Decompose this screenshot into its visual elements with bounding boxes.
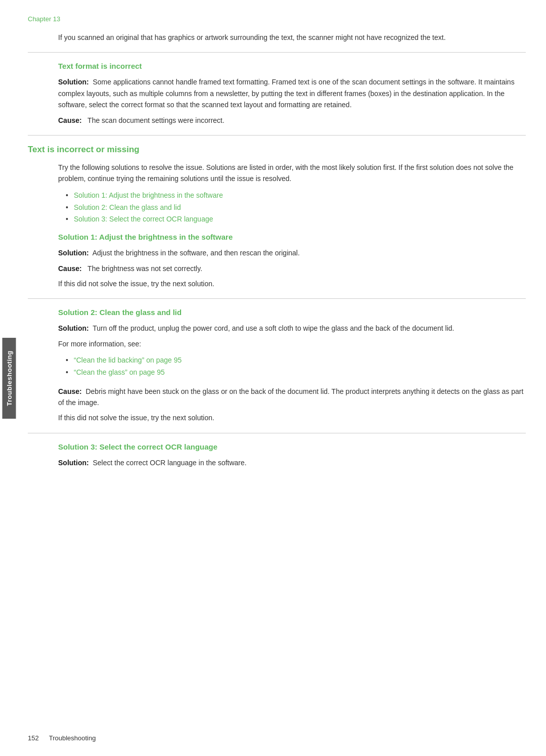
solution3-heading: Solution 3: Select the correct OCR langu…: [58, 442, 526, 451]
solution3-solution-label: Solution:: [58, 459, 89, 467]
solution2-list-item-1: “Clean the lid backing” on page 95: [66, 354, 526, 367]
solution1-solution-label: Solution:: [58, 249, 89, 257]
footer-page-number: 152: [28, 734, 39, 742]
text-format-solution-text: Solution: Some applications cannot handl…: [58, 76, 526, 110]
footer-section-label: Troubleshooting: [49, 734, 96, 742]
sidebar-tab-label: Troubleshooting: [6, 350, 13, 406]
solution2-links-list: “Clean the lid backing” on page 95 “Clea…: [66, 354, 526, 379]
solution2-link-1[interactable]: “Clean the lid backing” on page 95: [74, 356, 181, 364]
text-incorrect-intro-text: Try the following solutions to resolve t…: [58, 162, 526, 185]
text-format-cause-text: Cause: The scan document settings were i…: [58, 115, 526, 126]
solution2-solution-label: Solution:: [58, 324, 89, 332]
solution3-solution-body: Select the correct OCR language in the s…: [93, 459, 246, 467]
text-format-solution-body: Some applications cannot handle framed t…: [58, 78, 515, 109]
solution2-solution-text: Solution: Turn off the product, unplug t…: [58, 323, 526, 334]
link-sol2[interactable]: Solution 2: Clean the glass and lid: [74, 203, 181, 211]
solution2-more-info: For more information, see:: [58, 338, 526, 349]
solution2-solution-body: Turn off the product, unplug the power c…: [93, 324, 454, 332]
page-container: Troubleshooting Chapter 13 If you scanne…: [0, 0, 546, 756]
solution2-block: Solution 2: Clean the glass and lid Solu…: [28, 308, 526, 424]
link-sol1[interactable]: Solution 1: Adjust the brightness in the…: [74, 191, 223, 199]
text-incorrect-section: Text is incorrect or missing Try the fol…: [28, 145, 526, 289]
text-format-solution-block: Solution: Some applications cannot handl…: [58, 76, 526, 126]
solution1-cause-text: Cause: The brightness was not set correc…: [58, 263, 526, 274]
text-incorrect-intro: Try the following solutions to resolve t…: [58, 162, 526, 185]
solution1-block: Solution 1: Adjust the brightness in the…: [28, 233, 526, 289]
solution2-list-item-2: “Clean the glass” on page 95: [66, 367, 526, 379]
solution3-solution-text: Solution: Select the correct OCR languag…: [58, 457, 526, 468]
sidebar-tab: Troubleshooting: [3, 338, 16, 419]
divider-4: [28, 433, 526, 433]
content-area: Chapter 13 If you scanned an original th…: [28, 0, 526, 504]
list-item-sol2: Solution 2: Clean the glass and lid: [66, 202, 526, 214]
text-incorrect-links-list: Solution 1: Adjust the brightness in the…: [66, 190, 526, 226]
solution2-body: Solution: Turn off the product, unplug t…: [58, 323, 526, 349]
chapter-label: Chapter 13: [28, 15, 526, 23]
solution2-link-2[interactable]: “Clean the glass” on page 95: [74, 368, 165, 376]
solution1-followup: If this did not solve the issue, try the…: [58, 278, 526, 289]
list-item-sol3: Solution 3: Select the correct OCR langu…: [66, 213, 526, 226]
solution1-cause-label: Cause:: [58, 264, 82, 273]
list-item-sol1: Solution 1: Adjust the brightness in the…: [66, 190, 526, 202]
solution2-cause-block: Cause: Debris might have been stuck on t…: [58, 386, 526, 424]
link-sol3[interactable]: Solution 3: Select the correct OCR langu…: [74, 215, 213, 223]
solution2-followup: If this did not solve the issue, try the…: [58, 412, 526, 423]
intro-text: If you scanned an original that has grap…: [58, 32, 526, 43]
solution2-cause-body: Debris might have been stuck on the glas…: [58, 387, 523, 407]
text-format-cause-body: The scan document settings were incorrec…: [87, 116, 224, 124]
solution2-cause-label: Cause:: [58, 387, 82, 395]
divider-3: [28, 298, 526, 299]
solution1-cause-body: The brightness was not set correctly.: [87, 264, 202, 273]
solution2-cause-text: Cause: Debris might have been stuck on t…: [58, 386, 526, 409]
solution1-body: Solution: Adjust the brightness in the s…: [58, 247, 526, 289]
text-format-heading: Text format is incorrect: [58, 62, 526, 70]
solution3-body: Solution: Select the correct OCR languag…: [58, 457, 526, 468]
solution2-heading: Solution 2: Clean the glass and lid: [58, 308, 526, 317]
divider-1: [28, 52, 526, 53]
solution1-solution-text: Solution: Adjust the brightness in the s…: [58, 247, 526, 258]
solution1-solution-body: Adjust the brightness in the software, a…: [93, 249, 300, 257]
solution3-block: Solution 3: Select the correct OCR langu…: [28, 442, 526, 468]
text-incorrect-heading: Text is incorrect or missing: [28, 145, 526, 155]
divider-2: [28, 135, 526, 136]
text-format-section: Text format is incorrect Solution: Some …: [28, 62, 526, 126]
solution-label-1: Solution:: [58, 78, 89, 86]
solution1-heading: Solution 1: Adjust the brightness in the…: [58, 233, 526, 241]
cause-label-1: Cause:: [58, 116, 82, 124]
page-footer: 152 Troubleshooting: [28, 734, 526, 742]
